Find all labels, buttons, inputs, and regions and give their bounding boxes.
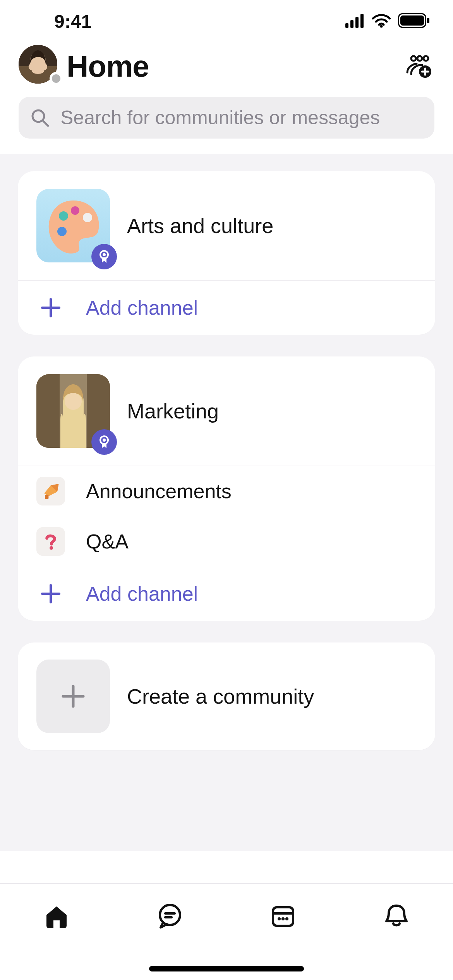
add-channel-button[interactable]: Add channel (18, 281, 435, 335)
svg-rect-2 (355, 17, 359, 28)
svg-rect-23 (36, 374, 60, 448)
add-channel-label: Add channel (86, 582, 198, 605)
create-community-thumb (36, 660, 110, 733)
cellular-icon (345, 11, 365, 32)
home-indicator (149, 966, 304, 971)
svg-point-35 (278, 917, 281, 920)
tab-calendar[interactable] (254, 898, 312, 933)
svg-point-27 (103, 439, 106, 442)
add-channel-button[interactable]: Add channel (18, 567, 435, 621)
community-card: Arts and culture Add channel (18, 171, 435, 335)
header: Home (0, 43, 453, 97)
svg-point-4 (380, 25, 383, 27)
create-community-label: Create a community (127, 684, 314, 708)
presence-indicator (50, 72, 63, 85)
battery-icon (398, 11, 430, 32)
community-name: Marketing (127, 399, 219, 423)
community-name: Arts and culture (127, 214, 273, 238)
channel-name: Q&A (86, 530, 129, 553)
svg-rect-6 (400, 15, 424, 26)
svg-rect-0 (345, 23, 348, 28)
tab-home[interactable] (27, 898, 86, 933)
community-badge-icon (91, 244, 117, 269)
svg-point-17 (71, 206, 79, 215)
question-icon (36, 527, 65, 556)
svg-point-10 (411, 56, 416, 61)
community-list: Arts and culture Add channel (0, 154, 453, 851)
svg-point-18 (83, 213, 92, 222)
tab-activity[interactable] (367, 898, 426, 933)
svg-point-16 (59, 211, 68, 221)
wifi-icon (372, 11, 391, 32)
avatar-button[interactable] (19, 45, 61, 87)
tab-bar (0, 883, 453, 980)
megaphone-icon (36, 477, 65, 505)
svg-point-29 (50, 546, 53, 550)
svg-point-11 (417, 56, 422, 61)
add-channel-label: Add channel (86, 296, 198, 319)
community-card: Marketing Announcements Q&A (18, 356, 435, 621)
search-field[interactable] (19, 97, 434, 139)
plus-icon (40, 583, 62, 605)
community-header-marketing[interactable]: Marketing (18, 356, 435, 466)
community-badge-icon (91, 429, 117, 455)
status-time: 9:41 (19, 11, 91, 32)
plus-icon (40, 297, 62, 319)
channel-name: Announcements (86, 480, 232, 503)
svg-rect-7 (427, 18, 429, 23)
channel-item-announcements[interactable]: Announcements (18, 466, 435, 516)
status-indicators (345, 11, 434, 32)
svg-rect-1 (350, 20, 353, 28)
page-title: Home (67, 49, 149, 84)
svg-rect-3 (360, 14, 364, 28)
search-input[interactable] (60, 106, 423, 129)
svg-line-15 (43, 121, 48, 126)
channel-item-qa[interactable]: Q&A (18, 516, 435, 567)
svg-point-36 (281, 917, 285, 920)
create-join-community-button[interactable] (403, 51, 434, 82)
tab-chat[interactable] (141, 898, 199, 933)
svg-point-37 (285, 917, 288, 920)
status-bar: 9:41 (0, 0, 453, 43)
search-icon (30, 108, 50, 127)
svg-point-21 (103, 253, 106, 256)
svg-rect-28 (45, 495, 48, 499)
svg-point-12 (424, 56, 428, 61)
svg-point-25 (65, 393, 82, 410)
community-header-arts[interactable]: Arts and culture (18, 171, 435, 280)
create-community-card[interactable]: Create a community (18, 642, 435, 750)
svg-point-19 (57, 227, 67, 236)
svg-rect-33 (273, 907, 293, 926)
